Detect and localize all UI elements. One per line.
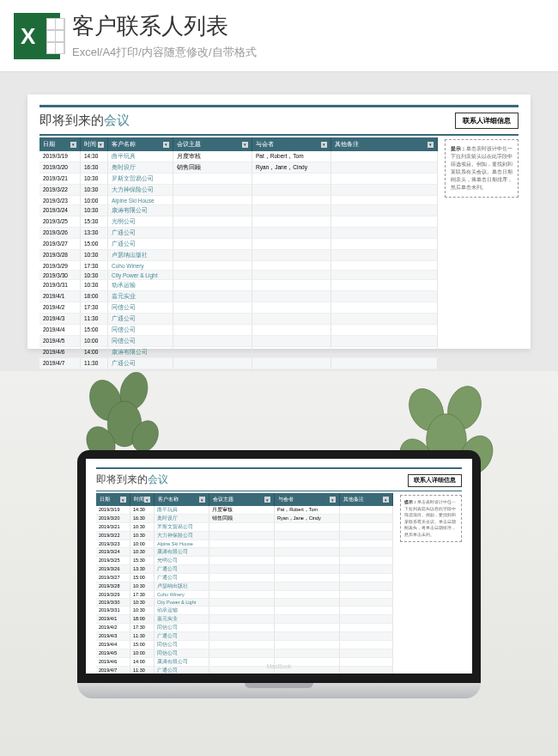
table-row[interactable]: 2019/3/3110:30动承运输: [96, 607, 393, 615]
table-row[interactable]: 2019/3/2613:30广通公司: [39, 228, 438, 239]
cell: Pat，Robert，Tom: [252, 151, 331, 162]
column-header[interactable]: 日期▾: [96, 493, 130, 506]
table-row[interactable]: 2019/3/1914:30曲平玩具月度审核Pat，Robert，Tom: [39, 151, 438, 162]
table-row[interactable]: 2019/4/510:00同信公司: [39, 336, 438, 347]
table-row[interactable]: 2019/4/217:30同信公司: [39, 302, 438, 314]
cell: [340, 540, 393, 547]
cell: 同信公司: [108, 302, 173, 313]
table-row[interactable]: 2019/4/217:30同信公司: [96, 624, 393, 632]
column-header[interactable]: 客户名称▾: [155, 493, 209, 506]
dropdown-arrow-icon[interactable]: ▾: [383, 497, 389, 503]
cell: [173, 216, 252, 227]
cell: 10:30: [81, 271, 108, 279]
column-label: 时间: [134, 496, 144, 503]
table-row[interactable]: 2019/4/711:30广通公司: [39, 358, 438, 369]
table-row[interactable]: 2019/4/510:00同信公司: [96, 649, 393, 658]
table-row[interactable]: 2019/3/2210:30大力神保险公司: [39, 185, 438, 196]
table-row[interactable]: 2019/3/2715:00广通公司: [39, 239, 438, 250]
cell: [173, 358, 252, 369]
cell: [173, 250, 252, 260]
dropdown-arrow-icon[interactable]: ▾: [264, 497, 270, 503]
cell: [331, 162, 438, 173]
column-header[interactable]: 日期▾: [39, 137, 81, 151]
cell: [209, 565, 275, 573]
cell: 嘉元实业: [155, 615, 209, 623]
table-row[interactable]: 2019/3/3010:30City Power & Light: [39, 271, 438, 280]
table-row[interactable]: 2019/3/2515:30光明公司: [39, 216, 438, 228]
dropdown-arrow-icon[interactable]: ▾: [120, 497, 126, 503]
table-row[interactable]: 2019/3/2917:30Coho Winery: [96, 591, 393, 599]
dropdown-arrow-icon[interactable]: ▾: [144, 497, 150, 503]
table-row[interactable]: 2019/3/3010:30City Power & Light: [96, 599, 393, 607]
column-header[interactable]: 会议主题▾: [173, 137, 252, 151]
table-row[interactable]: 2019/3/2110:30罗斯文贸易公司: [39, 174, 438, 185]
table-row[interactable]: 2019/3/2016:30奥时设厅销售回顾Ryan，Jane，Cindy: [39, 162, 438, 174]
dropdown-arrow-icon[interactable]: ▾: [70, 142, 76, 148]
cell: 10:30: [81, 250, 108, 260]
cell: 15:00: [81, 239, 108, 249]
column-header[interactable]: 与会者▾: [275, 493, 340, 506]
table-row[interactable]: 2019/4/415:00同信公司: [39, 325, 438, 336]
cell: 2019/3/24: [96, 548, 130, 556]
dropdown-arrow-icon[interactable]: ▾: [199, 497, 205, 503]
table-row[interactable]: 2019/4/118:00嘉元实业: [39, 291, 438, 302]
column-label: 客户名称: [158, 496, 179, 503]
cell: 广通公司: [155, 565, 209, 573]
table-row[interactable]: 2019/3/2810:30卢瑟纳出版社: [39, 250, 438, 261]
table-row[interactable]: 2019/3/2613:30广通公司: [96, 565, 393, 574]
table-row[interactable]: 2019/3/2310:00Alpine Ski House: [39, 196, 438, 205]
cell: 康涛有限公司: [108, 205, 173, 216]
table-row[interactable]: 2019/3/3110:30动承运输: [39, 280, 438, 291]
dropdown-arrow-icon[interactable]: ▾: [242, 142, 248, 148]
dropdown-arrow-icon[interactable]: ▾: [163, 142, 169, 148]
table-row[interactable]: 2019/3/2810:30卢瑟纳出版社: [96, 582, 393, 591]
table-row[interactable]: 2019/4/711:30广通公司: [96, 667, 393, 674]
column-header[interactable]: 时间▾: [130, 493, 155, 506]
cell: [275, 574, 340, 582]
column-label: 会议主题: [213, 496, 234, 503]
column-header[interactable]: 与会者▾: [252, 137, 331, 151]
column-header[interactable]: 客户名称▾: [108, 137, 173, 151]
cell: [331, 325, 438, 335]
cell: [252, 174, 331, 184]
dropdown-arrow-icon[interactable]: ▾: [330, 497, 336, 503]
cell: 动承运输: [108, 280, 173, 290]
data-grid: 日期▾时间▾客户名称▾会议主题▾与会者▾其他备注▾ 2019/3/1914:30…: [39, 137, 438, 403]
table-row[interactable]: 2019/4/415:00同信公司: [96, 641, 393, 649]
contact-details-button[interactable]: 联系人详细信息: [455, 113, 519, 129]
dropdown-arrow-icon[interactable]: ▾: [321, 142, 327, 148]
table-row[interactable]: 2019/3/2310:00Alpine Ski House: [96, 540, 393, 548]
cell: 10:30: [130, 607, 155, 614]
column-header[interactable]: 其他备注▾: [340, 493, 393, 506]
cell: [209, 582, 275, 590]
table-row[interactable]: 2019/3/1914:30曲平玩具月度审核Pat，Robert，Tom: [96, 506, 393, 515]
dropdown-arrow-icon[interactable]: ▾: [428, 142, 434, 148]
cell: 2019/3/22: [39, 185, 81, 195]
table-row[interactable]: 2019/3/2410:30康涛有限公司: [39, 205, 438, 216]
table-row[interactable]: 2019/3/2715:00广通公司: [96, 574, 393, 582]
table-row[interactable]: 2019/3/2016:30奥时设厅销售回顾Ryan，Jane，Cindy: [96, 515, 393, 523]
table-row[interactable]: 2019/3/2110:30罗斯文贸易公司: [96, 523, 393, 532]
table-row[interactable]: 2019/4/614:00康涛有限公司: [39, 347, 438, 358]
cell: 17:30: [130, 591, 155, 598]
cell: [209, 599, 275, 606]
table-row[interactable]: 2019/4/311:30广通公司: [39, 314, 438, 325]
column-header[interactable]: 会议主题▾: [209, 493, 275, 506]
column-header[interactable]: 时间▾: [81, 137, 108, 151]
cell: 10:30: [130, 532, 155, 540]
cell: 2019/3/23: [39, 196, 81, 204]
cell: [209, 540, 275, 547]
cell: [173, 291, 252, 302]
cell: [275, 532, 340, 540]
table-row[interactable]: 2019/3/2410:30康涛有限公司: [96, 548, 393, 557]
dropdown-arrow-icon[interactable]: ▾: [98, 142, 104, 148]
table-row[interactable]: 2019/3/2210:30大力神保险公司: [96, 532, 393, 540]
laptop-mockup: 即将到来的会议 联系人详细信息 日期▾时间▾客户名称▾会议主题▾与会者▾其他备注…: [77, 450, 481, 698]
table-row[interactable]: 2019/4/614:00康涛有限公司: [96, 658, 393, 667]
table-row[interactable]: 2019/4/311:30广通公司: [96, 632, 393, 641]
table-row[interactable]: 2019/4/118:00嘉元实业: [96, 615, 393, 624]
column-header[interactable]: 其他备注▾: [331, 137, 438, 151]
table-row[interactable]: 2019/3/2515:30光明公司: [96, 557, 393, 565]
table-row[interactable]: 2019/3/2917:30Coho Winery: [39, 261, 438, 271]
contact-details-button[interactable]: 联系人详细信息: [408, 474, 462, 487]
